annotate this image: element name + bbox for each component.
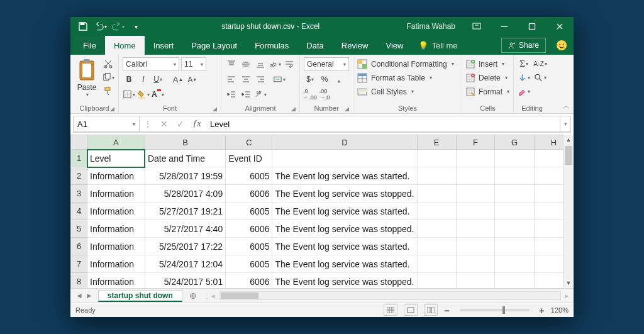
tab-pagelayout[interactable]: Page Layout [182, 36, 246, 55]
sheet-tab-active[interactable]: startup shut down [98, 290, 182, 302]
tab-data[interactable]: Data [297, 36, 332, 55]
format-as-table-button[interactable]: Format as Table▾ [357, 71, 454, 84]
zoom-out-button[interactable]: − [444, 305, 450, 316]
cell[interactable] [417, 185, 456, 203]
maximize-button[interactable] [518, 17, 546, 36]
cell[interactable]: 6006 [226, 220, 272, 238]
redo-icon[interactable]: ▾ [112, 20, 125, 33]
increase-font-icon[interactable]: A▲ [172, 73, 184, 86]
cell[interactable] [456, 255, 495, 273]
column-header[interactable]: B [145, 135, 225, 150]
align-center-icon[interactable] [240, 73, 252, 86]
cell[interactable]: The Event log service was started. [272, 203, 417, 220]
tab-formulas[interactable]: Formulas [246, 36, 297, 55]
cell[interactable] [417, 273, 456, 289]
font-color-icon[interactable]: A▾ [152, 88, 164, 101]
cell[interactable]: Information [87, 238, 145, 255]
bold-icon[interactable]: B [123, 73, 135, 86]
cell[interactable]: Date and Time [145, 150, 225, 167]
cell[interactable]: 6005 [226, 167, 272, 185]
orientation-icon[interactable]: ab▾ [269, 58, 281, 70]
number-dialog-launcher-icon[interactable]: ◢ [345, 106, 349, 112]
normal-view-icon[interactable] [384, 304, 397, 316]
cell[interactable]: Information [87, 220, 145, 238]
cell[interactable]: The Event log service was stopped. [272, 220, 417, 238]
cell[interactable] [495, 185, 534, 203]
delete-cells-button[interactable]: Delete▾ [466, 71, 509, 84]
row-header[interactable]: 4 [71, 203, 87, 220]
sheet-nav-next-icon[interactable]: ► [86, 291, 93, 300]
cell[interactable] [456, 167, 495, 185]
cell[interactable]: 5/24/2017 12:04 [145, 255, 225, 273]
cell[interactable]: The Event log service was started. [272, 238, 417, 255]
zoom-slider[interactable] [460, 309, 529, 311]
merge-center-icon[interactable]: ▾ [273, 73, 286, 86]
cell[interactable]: The Event log service was stopped. [272, 185, 417, 203]
decrease-indent-icon[interactable] [225, 88, 238, 101]
confirm-entry-icon[interactable]: ✓ [172, 119, 189, 129]
sheet-nav-prev-icon[interactable]: ◄ [75, 291, 83, 300]
horizontal-scrollbar[interactable]: ⋮◄► [204, 291, 574, 300]
column-header[interactable]: D [272, 135, 417, 150]
font-dialog-launcher-icon[interactable]: ◢ [213, 106, 217, 112]
borders-icon[interactable]: ▾ [123, 88, 135, 101]
cell[interactable]: 6006 [226, 273, 272, 289]
cell[interactable] [456, 185, 495, 203]
formula-options-icon[interactable]: ⋮ [140, 119, 156, 129]
cell[interactable]: 6005 [226, 238, 272, 255]
name-box[interactable]: A1▾ [73, 116, 140, 132]
alignment-dialog-launcher-icon[interactable]: ◢ [291, 106, 296, 112]
sort-filter-icon[interactable]: A↓Z▾ [534, 58, 547, 70]
decrease-font-icon[interactable]: A▼ [186, 73, 199, 86]
cell[interactable] [417, 167, 456, 185]
row-header[interactable]: 7 [71, 255, 87, 273]
align-right-icon[interactable] [254, 73, 267, 86]
cell[interactable] [456, 150, 495, 167]
column-header[interactable]: F [456, 135, 495, 150]
undo-icon[interactable]: ▾ [94, 20, 107, 33]
cell[interactable] [495, 167, 534, 185]
vertical-scrollbar[interactable]: ▲ ▼ [563, 135, 574, 288]
font-size-combo[interactable]: 11▾ [181, 57, 206, 71]
qat-customize-icon[interactable]: ▾ [130, 20, 142, 33]
page-layout-view-icon[interactable] [404, 304, 418, 316]
cell[interactable] [495, 273, 534, 289]
zoom-in-button[interactable]: + [539, 305, 545, 316]
cell[interactable] [417, 203, 456, 220]
cell[interactable] [456, 203, 495, 220]
zoom-level[interactable]: 120% [551, 306, 569, 314]
fx-icon[interactable]: ƒx [189, 119, 205, 129]
number-format-combo[interactable]: General▾ [304, 57, 349, 71]
align-top-icon[interactable] [225, 58, 238, 70]
minimize-button[interactable] [491, 17, 518, 36]
cell[interactable]: 5/25/2017 17:22 [145, 238, 225, 255]
close-button[interactable] [546, 17, 574, 36]
cell[interactable]: The Event log service was started. [272, 255, 417, 273]
orientation-angle-icon[interactable]: ab▾ [254, 88, 267, 101]
cell-styles-button[interactable]: Cell Styles▾ [357, 85, 454, 98]
find-select-icon[interactable]: ▾ [534, 72, 547, 84]
feedback-smiley-icon[interactable] [556, 36, 567, 55]
cell[interactable]: Information [87, 203, 145, 220]
tab-review[interactable]: Review [333, 36, 377, 55]
copy-icon[interactable]: ▾ [102, 71, 114, 84]
italic-icon[interactable]: I [137, 73, 150, 86]
conditional-formatting-button[interactable]: Conditional Formatting▾ [357, 57, 454, 70]
spreadsheet-grid[interactable]: ABCDEFGH1LevelDate and TimeEvent ID2Info… [70, 135, 574, 288]
accounting-format-icon[interactable]: $▾ [304, 73, 316, 86]
cell[interactable]: The Event log service was stopped. [272, 273, 417, 289]
cell[interactable]: 6005 [226, 203, 272, 220]
cell[interactable] [456, 220, 495, 238]
cell[interactable] [272, 150, 417, 167]
percent-format-icon[interactable]: % [318, 73, 331, 86]
paste-button[interactable]: Paste ▾ [74, 57, 99, 97]
cell[interactable] [495, 150, 534, 167]
font-name-combo[interactable]: Calibri▾ [123, 57, 179, 71]
cell[interactable]: 5/27/2017 4:40 [145, 220, 225, 238]
cell[interactable]: 5/24/2017 5:01 [145, 273, 225, 289]
decrease-decimal-icon[interactable]: .00→.0 [318, 88, 331, 101]
select-all-corner[interactable] [71, 135, 87, 150]
save-icon[interactable] [77, 20, 89, 33]
new-sheet-button[interactable]: ⊕ [182, 290, 204, 301]
column-header[interactable]: C [226, 135, 272, 150]
